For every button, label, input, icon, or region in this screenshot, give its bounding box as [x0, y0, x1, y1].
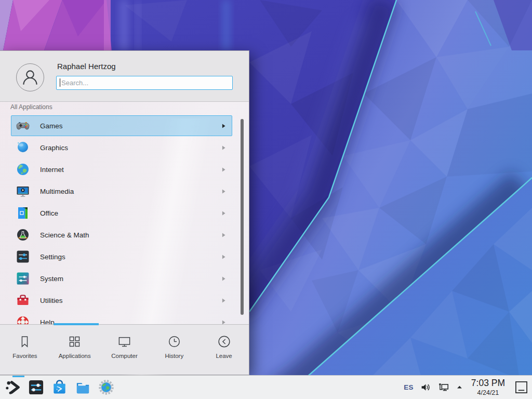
submenu-arrow-icon	[222, 255, 225, 259]
system-icon	[16, 272, 30, 285]
search-input[interactable]	[56, 76, 233, 90]
expand-tray-icon[interactable]	[456, 384, 463, 391]
history-icon	[167, 335, 181, 349]
favorites-icon	[18, 335, 32, 349]
utilities-icon	[16, 294, 30, 307]
category-row-multimedia[interactable]: Multimedia	[11, 181, 232, 202]
user-avatar-icon	[19, 66, 41, 88]
category-row-office[interactable]: Office	[11, 203, 232, 223]
system-settings-button[interactable]	[28, 377, 44, 398]
category-row-settings[interactable]: Settings	[11, 246, 232, 267]
section-label: All Applications	[10, 103, 52, 111]
application-launcher-button[interactable]	[4, 377, 21, 398]
globe-browser-icon	[98, 379, 114, 395]
category-row-internet[interactable]: Internet	[11, 159, 232, 180]
category-list: GamesGraphicsInternetMultimediaOfficeSci…	[11, 115, 232, 327]
office-icon	[16, 206, 30, 220]
category-row-science-math[interactable]: Science & Math	[11, 224, 232, 245]
network-icon[interactable]	[438, 382, 449, 393]
category-label: Games	[40, 122, 63, 130]
launcher-header: Raphael Hertzog	[0, 51, 249, 102]
discover-button[interactable]	[51, 377, 68, 398]
category-row-games[interactable]: Games	[11, 115, 232, 136]
category-label: Multimedia	[40, 188, 74, 195]
digital-clock[interactable]: 7:03 PM 4/24/21	[471, 379, 505, 396]
tab-label: Favorites	[12, 353, 37, 359]
system-tray: ES 7:03 PM 4/24/21	[404, 376, 529, 399]
volume-icon[interactable]	[420, 382, 431, 393]
category-row-system[interactable]: System	[11, 268, 232, 289]
internet-icon	[16, 163, 30, 176]
file-manager-button[interactable]	[74, 377, 91, 398]
tab-label: Applications	[59, 353, 91, 359]
keyboard-layout-indicator[interactable]: ES	[404, 383, 414, 391]
application-launcher-popup: Raphael Hertzog All Applications GamesGr…	[0, 50, 249, 375]
submenu-arrow-icon	[222, 298, 225, 303]
settings-icon	[16, 250, 30, 263]
user-avatar[interactable]	[16, 63, 44, 91]
tab-leave[interactable]: Leave	[199, 335, 249, 375]
submenu-arrow-icon	[222, 233, 225, 237]
submenu-arrow-icon	[222, 145, 225, 150]
tab-label: History	[165, 353, 183, 359]
computer-icon	[117, 335, 131, 349]
tab-favorites[interactable]: Favorites	[0, 335, 50, 375]
category-label: Office	[40, 209, 58, 217]
user-name: Raphael Hertzog	[57, 62, 116, 71]
games-icon	[16, 119, 30, 132]
applications-icon	[68, 335, 82, 349]
web-browser-button[interactable]	[98, 377, 114, 398]
submenu-arrow-icon	[222, 211, 225, 216]
submenu-arrow-icon	[222, 124, 225, 128]
text-caret	[60, 78, 60, 87]
taskbar-apps	[4, 376, 114, 399]
category-label: System	[40, 275, 63, 283]
kde-launcher-icon	[5, 379, 21, 395]
category-label: Graphics	[40, 144, 68, 152]
launcher-tab-bar: FavoritesApplicationsComputerHistoryLeav…	[0, 324, 249, 375]
active-tab-indicator	[54, 323, 99, 325]
multimedia-icon	[16, 184, 30, 198]
category-row-utilities[interactable]: Utilities	[11, 290, 232, 311]
science-icon	[16, 228, 30, 242]
graphics-icon	[16, 141, 30, 154]
taskbar-panel: ES 7:03 PM 4/24/21	[0, 375, 532, 399]
tab-label: Computer	[111, 353, 138, 359]
tab-computer[interactable]: Computer	[100, 335, 150, 375]
tab-history[interactable]: History	[149, 335, 199, 375]
dolphin-folder-icon	[75, 379, 91, 395]
clock-date: 4/24/21	[471, 390, 505, 396]
tab-applications[interactable]: Applications	[50, 335, 100, 375]
leave-icon	[217, 335, 231, 349]
submenu-arrow-icon	[222, 189, 225, 194]
submenu-arrow-icon	[222, 276, 225, 281]
clock-time: 7:03 PM	[471, 379, 505, 388]
discover-icon	[51, 379, 68, 395]
scrollbar-thumb[interactable]	[241, 119, 244, 315]
tab-label: Leave	[216, 353, 232, 359]
category-label: Utilities	[40, 297, 63, 304]
category-label: Settings	[40, 253, 65, 261]
category-row-graphics[interactable]: Graphics	[11, 137, 232, 158]
category-label: Internet	[40, 166, 64, 174]
submenu-arrow-icon	[222, 167, 225, 172]
show-desktop-icon	[515, 381, 528, 394]
category-label: Science & Math	[40, 231, 89, 239]
system-settings-icon	[28, 379, 44, 395]
show-desktop-button[interactable]	[513, 376, 529, 399]
